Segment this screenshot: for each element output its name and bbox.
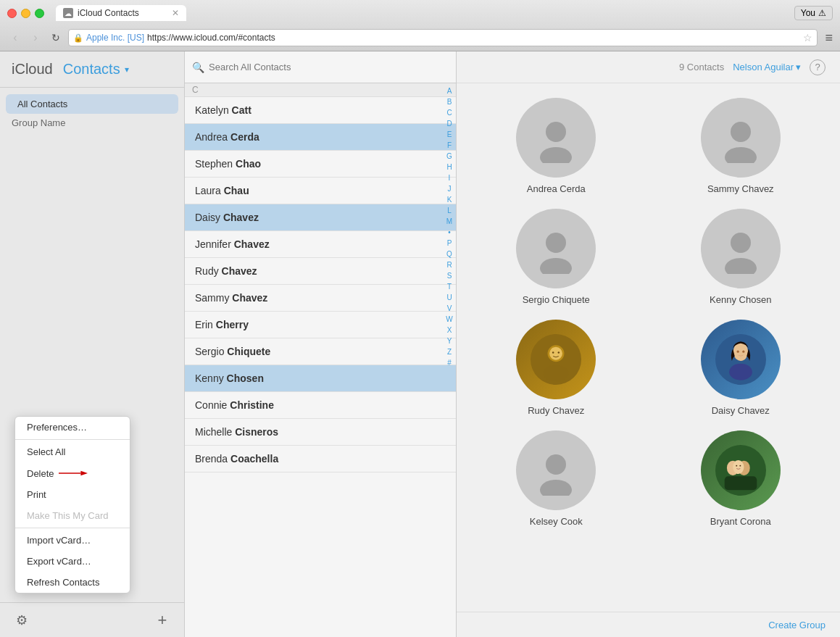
print-menu-item[interactable]: Print: [15, 484, 130, 505]
alpha-b[interactable]: B: [443, 97, 456, 107]
contact-card-sammy-chavez[interactable]: Sammy Chavez: [656, 98, 826, 194]
contact-item-connie-christine[interactable]: Connie Christine: [185, 392, 456, 419]
alpha-s[interactable]: S: [443, 271, 456, 281]
alphabet-index: A B C D E F G H I J K L M • P Q R S T U …: [443, 83, 456, 637]
contact-card-kenny-chosen[interactable]: Kenny Chosen: [656, 209, 826, 305]
tab-close-button[interactable]: ✕: [172, 8, 179, 18]
alpha-g[interactable]: G: [443, 151, 456, 162]
contact-item-katelyn-catt[interactable]: Katelyn Catt: [185, 97, 456, 124]
contact-item-kenny-chosen[interactable]: Kenny Chosen: [185, 365, 456, 392]
forward-button[interactable]: ›: [28, 30, 43, 46]
alpha-v[interactable]: V: [443, 304, 456, 314]
contact-card-andrea-cerda[interactable]: Andrea Cerda: [471, 98, 641, 194]
alpha-f[interactable]: F: [443, 141, 456, 151]
browser-menu-icon[interactable]: ≡: [825, 30, 833, 46]
alpha-d[interactable]: D: [443, 119, 456, 129]
search-input[interactable]: [209, 62, 449, 72]
contact-item-rudy-chavez[interactable]: Rudy Chavez: [185, 258, 456, 285]
alpha-l[interactable]: L: [443, 206, 456, 216]
contact-item-brenda-coachella[interactable]: Brenda Coachella: [185, 446, 456, 472]
refresh-contacts-menu-item[interactable]: Refresh Contacts: [15, 572, 130, 593]
export-vcard-menu-item[interactable]: Export vCard…: [15, 551, 130, 572]
svg-point-7: [540, 258, 572, 274]
current-user-selector[interactable]: Nelson Aguilar ▾: [733, 62, 801, 72]
svg-point-8: [731, 233, 751, 253]
alpha-j[interactable]: J: [443, 184, 456, 194]
browser-tab[interactable]: ☁ iCloud Contacts ✕: [56, 5, 186, 21]
alpha-hash[interactable]: #: [443, 358, 456, 368]
svg-marker-1: [80, 471, 88, 475]
alpha-i[interactable]: I: [443, 173, 456, 183]
context-menu: Preferences… Select All Delete Print Ma: [14, 416, 130, 594]
contact-card-rudy-chavez[interactable]: Rudy Chavez: [471, 320, 641, 416]
contact-item-erin-cherry[interactable]: Erin Cherry: [185, 312, 456, 338]
gear-button[interactable]: ⚙: [12, 610, 32, 630]
close-window-button[interactable]: [7, 9, 17, 18]
preferences-menu-item[interactable]: Preferences…: [15, 417, 130, 438]
svg-point-15: [543, 365, 569, 382]
alpha-t[interactable]: T: [443, 282, 456, 292]
svg-point-4: [731, 122, 751, 142]
contact-item-andrea-cerda[interactable]: Andrea Cerda: [185, 124, 456, 151]
contact-list: C Katelyn Catt Andrea Cerda Stephen Chao…: [185, 83, 456, 637]
sidebar-group-name[interactable]: Group Name: [0, 115, 184, 131]
svg-rect-29: [724, 476, 757, 490]
contact-card-name-andrea-cerda: Andrea Cerda: [527, 183, 586, 194]
address-bar[interactable]: 🔒 Apple Inc. [US] https://www.icloud.com…: [68, 29, 818, 46]
minimize-window-button[interactable]: [21, 9, 30, 18]
contact-card-sergio-chiquete[interactable]: Sergio Chiquete: [471, 209, 641, 305]
you-button[interactable]: You ⚠: [794, 6, 833, 20]
contact-card-name-sammy-chavez: Sammy Chavez: [707, 183, 774, 194]
contact-item-sergio-chiquete[interactable]: Sergio Chiquete: [185, 338, 456, 365]
contacts-grid: Andrea Cerda Sammy Chavez: [457, 83, 840, 612]
contact-item-michelle-cisneros[interactable]: Michelle Cisneros: [185, 419, 456, 446]
bookmark-icon[interactable]: ☆: [803, 32, 812, 43]
back-button[interactable]: ‹: [7, 30, 23, 46]
grid-header: 9 Contacts Nelson Aguilar ▾ ?: [457, 51, 840, 83]
grid-footer: Create Group: [457, 612, 840, 637]
user-dropdown-icon: ▾: [796, 62, 801, 72]
alpha-u[interactable]: U: [443, 293, 456, 303]
svg-point-28: [739, 465, 741, 467]
create-group-button[interactable]: Create Group: [768, 620, 826, 630]
add-contact-button[interactable]: +: [152, 610, 172, 630]
contact-card-name-kelsey-cook: Kelsey Cook: [530, 516, 583, 527]
contacts-dropdown-icon[interactable]: ▾: [125, 64, 129, 75]
contact-item-stephen-chao[interactable]: Stephen Chao: [185, 151, 456, 178]
alpha-e[interactable]: E: [443, 130, 456, 140]
contact-item-sammy-chavez[interactable]: Sammy Chavez: [185, 285, 456, 312]
alpha-r[interactable]: R: [443, 260, 456, 270]
alpha-m[interactable]: M: [443, 217, 456, 227]
contact-card-kelsey-cook[interactable]: Kelsey Cook: [471, 430, 641, 527]
alpha-c[interactable]: C: [443, 108, 456, 118]
select-all-menu-item[interactable]: Select All: [15, 441, 130, 462]
alpha-p[interactable]: P: [443, 238, 456, 249]
contact-card-bryant-corona[interactable]: Bryant Corona: [656, 430, 826, 527]
contact-item-daisy-chavez[interactable]: Daisy Chavez: [185, 204, 456, 231]
contact-item-laura-chau[interactable]: Laura Chau: [185, 178, 456, 204]
alpha-w[interactable]: W: [443, 315, 456, 325]
alpha-dot[interactable]: •: [443, 228, 456, 238]
ssl-lock-icon: 🔒: [73, 33, 83, 43]
search-bar: 🔍: [185, 51, 456, 83]
alpha-q[interactable]: Q: [443, 249, 456, 259]
menu-divider-2: [15, 528, 130, 528]
alpha-a[interactable]: A: [443, 86, 456, 96]
contact-item-jennifer-chavez[interactable]: Jennifer Chavez: [185, 231, 456, 258]
alpha-y[interactable]: Y: [443, 336, 456, 346]
contact-card-name-rudy-chavez: Rudy Chavez: [528, 405, 584, 416]
alpha-x[interactable]: X: [443, 325, 456, 336]
alpha-z[interactable]: Z: [443, 347, 456, 357]
delete-menu-item[interactable]: Delete: [15, 462, 130, 484]
reload-button[interactable]: ↻: [48, 30, 64, 46]
svg-point-18: [736, 351, 739, 353]
fullscreen-window-button[interactable]: [35, 9, 44, 18]
make-my-card-menu-item: Make This My Card: [15, 505, 130, 526]
contact-card-daisy-chavez[interactable]: Daisy Chavez: [656, 320, 826, 416]
alpha-h[interactable]: H: [443, 162, 456, 172]
import-vcard-menu-item[interactable]: Import vCard…: [15, 530, 130, 551]
alpha-k[interactable]: K: [443, 195, 456, 205]
help-button[interactable]: ?: [810, 59, 826, 75]
sidebar-item-all-contacts[interactable]: All Contacts: [6, 94, 178, 114]
svg-point-21: [546, 454, 566, 475]
